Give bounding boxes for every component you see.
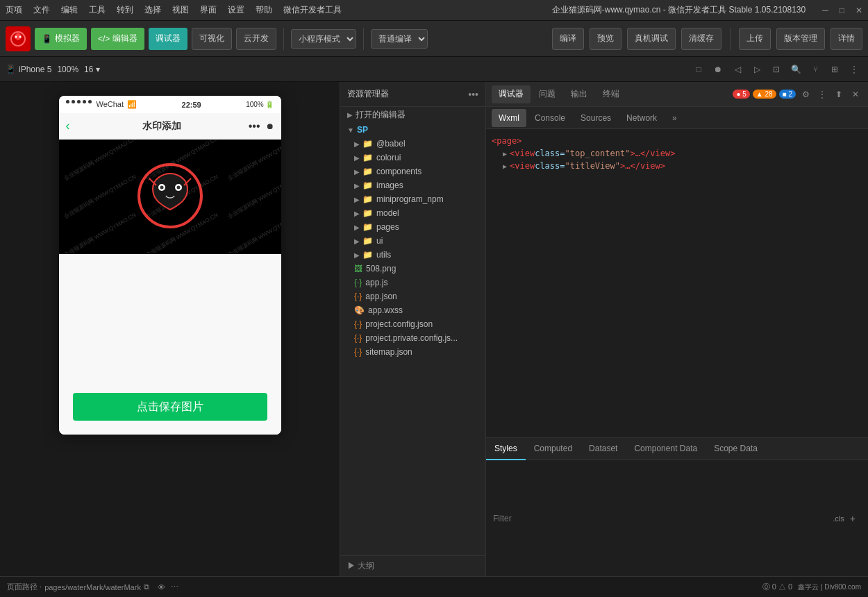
tree-line-page[interactable]: <page> bbox=[492, 135, 862, 147]
overflow-icon[interactable]: ⋮ bbox=[815, 87, 829, 101]
folder-pages[interactable]: ▶ 📁 pages bbox=[340, 220, 485, 234]
simulator-btn[interactable]: 📱 模拟器 bbox=[35, 28, 87, 50]
file-projectconfig[interactable]: {·} project.config.json bbox=[340, 317, 485, 331]
style-tab-scope-data[interactable]: Scope Data bbox=[706, 438, 766, 460]
settings-icon[interactable]: ⚙ bbox=[799, 87, 812, 101]
style-tab-computed[interactable]: Computed bbox=[526, 438, 581, 460]
tab-issues[interactable]: 问题 bbox=[532, 85, 562, 103]
file-name: app.js bbox=[365, 278, 387, 287]
tree-line-top-content[interactable]: ▶ <view class= "top_content" >…</view> bbox=[492, 147, 862, 160]
menu-item-help[interactable]: 帮助 bbox=[256, 4, 272, 16]
file-projectprivate[interactable]: {·} project.private.config.js... bbox=[340, 331, 485, 345]
eye-icon[interactable]: 👁 bbox=[158, 583, 165, 591]
file-sitemap[interactable]: {·} sitemap.json bbox=[340, 345, 485, 359]
close-debugger-icon[interactable]: ✕ bbox=[849, 87, 862, 101]
compile-btn[interactable]: 编译 bbox=[552, 28, 584, 50]
folder-icon: 📁 bbox=[362, 167, 373, 176]
phone-icon[interactable]: □ bbox=[690, 61, 707, 78]
tab-debugger[interactable]: 调试器 bbox=[492, 85, 531, 103]
forward-icon[interactable]: ▷ bbox=[749, 61, 765, 78]
file-panel-menu[interactable]: ••• bbox=[468, 89, 478, 100]
visualize-btn[interactable]: 可视化 bbox=[192, 28, 232, 50]
phone-back-btn[interactable]: ‹ bbox=[66, 119, 70, 133]
copy-icon[interactable]: ⧉ bbox=[144, 582, 149, 591]
tab-output[interactable]: 输出 bbox=[564, 85, 594, 103]
phone-nav-bar: ‹ 水印添加 ••• ⏺ bbox=[59, 113, 281, 140]
file-508png[interactable]: 🖼 508.png bbox=[340, 262, 485, 276]
debugger-btn[interactable]: 调试器 bbox=[149, 28, 187, 50]
clear-cache-btn[interactable]: 清缓存 bbox=[681, 28, 721, 50]
search-icon[interactable]: 🔍 bbox=[787, 61, 804, 78]
device-select[interactable]: 📱 iPhone 5 100% 16 ▾ bbox=[6, 65, 100, 74]
tab-sources[interactable]: Sources bbox=[574, 109, 618, 127]
folder-images[interactable]: ▶ 📁 images bbox=[340, 178, 485, 192]
file-panel-title: 资源管理器 bbox=[347, 88, 389, 100]
fork-icon[interactable]: ⑂ bbox=[807, 61, 824, 78]
cls-button[interactable]: .cls bbox=[833, 514, 844, 523]
cloud-btn[interactable]: 云开发 bbox=[236, 28, 276, 50]
outline-arrow: ▶ bbox=[347, 561, 358, 571]
folder-miniprogram[interactable]: ▶ 📁 miniprogram_npm bbox=[340, 192, 485, 206]
style-tab-dataset[interactable]: Dataset bbox=[581, 438, 626, 460]
folder-colorui[interactable]: ▶ 📁 colorui bbox=[340, 151, 485, 165]
add-style-btn[interactable]: + bbox=[850, 513, 856, 524]
folder-utils[interactable]: ▶ 📁 utils bbox=[340, 248, 485, 262]
menu-item-edit[interactable]: 编辑 bbox=[61, 4, 78, 16]
menu-item-tool[interactable]: 工具 bbox=[89, 4, 106, 16]
dots-icon[interactable]: ⋯ bbox=[171, 582, 178, 591]
preview-btn[interactable]: 预览 bbox=[590, 28, 621, 50]
window-close[interactable]: ✕ bbox=[856, 6, 862, 15]
phone-signal: WeChat 📶 bbox=[66, 100, 137, 109]
capture-icon[interactable]: ⊡ bbox=[768, 61, 785, 78]
folder-model[interactable]: ▶ 📁 model bbox=[340, 206, 485, 220]
menu-item-file[interactable]: 文件 bbox=[33, 4, 50, 16]
folder-babel[interactable]: ▶ 📁 @babel bbox=[340, 137, 485, 151]
toolbar: 📱 模拟器 </> 编辑器 调试器 可视化 云开发 小程序模式 普通编译 编译 … bbox=[0, 21, 868, 57]
file-panel: 资源管理器 ••• ▶ 打开的编辑器 ▼ SP ▶ 📁 @babel ▶ 📁 c… bbox=[340, 82, 486, 576]
style-tab-component-data[interactable]: Component Data bbox=[626, 438, 706, 460]
tab-terminal[interactable]: 终端 bbox=[596, 85, 626, 103]
details-btn[interactable]: 详情 bbox=[831, 28, 862, 50]
window-minimize[interactable]: ─ bbox=[822, 6, 828, 15]
file-appjson[interactable]: {·} app.json bbox=[340, 289, 485, 303]
editor-btn[interactable]: </> 编辑器 bbox=[91, 28, 144, 50]
window-maximize[interactable]: □ bbox=[840, 6, 844, 15]
tab-wxml[interactable]: Wxml bbox=[492, 109, 526, 127]
menu-item-project[interactable]: 页项 bbox=[6, 4, 22, 16]
menu-item-settings[interactable]: 设置 bbox=[228, 4, 244, 16]
debugger-tabbar: 调试器 问题 输出 终端 ● 5 ▲ 28 ■ 2 ⚙ ⋮ ⬆ ✕ bbox=[486, 82, 868, 107]
menu-item-interface[interactable]: 界面 bbox=[200, 4, 217, 16]
attr-class-2: class= bbox=[535, 161, 565, 171]
mode-select[interactable]: 小程序模式 bbox=[291, 29, 356, 49]
grid-icon[interactable]: ⊞ bbox=[826, 61, 843, 78]
upload-btn[interactable]: 上传 bbox=[739, 28, 771, 50]
version-btn[interactable]: 版本管理 bbox=[776, 28, 825, 50]
style-tab-styles[interactable]: Styles bbox=[486, 438, 526, 460]
folder-components[interactable]: ▶ 📁 components bbox=[340, 165, 485, 178]
folder-ui[interactable]: ▶ 📁 ui bbox=[340, 234, 485, 248]
open-editors-item[interactable]: ▶ 打开的编辑器 bbox=[340, 107, 485, 123]
expand-icon[interactable]: ⬆ bbox=[832, 87, 846, 101]
tab-more[interactable]: » bbox=[665, 109, 684, 127]
window-title: 企业猫源码网-www.qymao.cn - 微信开发者工具 Stable 1.0… bbox=[552, 4, 806, 16]
compile-mode-select[interactable]: 普通编译 bbox=[371, 29, 428, 49]
back-icon[interactable]: ◁ bbox=[729, 61, 746, 78]
menu-item-goto[interactable]: 转到 bbox=[117, 4, 133, 16]
record-icon[interactable]: ⏺ bbox=[710, 61, 726, 78]
folder-arrow-icon: ▶ bbox=[354, 140, 360, 148]
style-filter-input[interactable] bbox=[493, 514, 597, 523]
tree-line-title-view[interactable]: ▶ <view class= "titleView" >…</view> bbox=[492, 160, 862, 172]
phone-record-btn[interactable]: ⏺ bbox=[266, 121, 274, 131]
tab-network[interactable]: Network bbox=[619, 109, 664, 127]
file-appwxss[interactable]: 🎨 app.wxss bbox=[340, 303, 485, 317]
real-debug-btn[interactable]: 真机调试 bbox=[627, 28, 676, 50]
menu-item-wechat[interactable]: 微信开发者工具 bbox=[283, 4, 342, 16]
menu-item-select[interactable]: 选择 bbox=[144, 4, 161, 16]
more-icon[interactable]: ⋮ bbox=[846, 61, 862, 78]
sp-root-item[interactable]: ▼ SP bbox=[340, 123, 485, 137]
menu-item-view[interactable]: 视图 bbox=[172, 4, 189, 16]
save-photo-btn[interactable]: 点击保存图片 bbox=[73, 393, 267, 421]
tab-console[interactable]: Console bbox=[528, 109, 572, 127]
file-appjs[interactable]: {·} app.js bbox=[340, 276, 485, 289]
phone-more-btn[interactable]: ••• bbox=[249, 120, 260, 133]
